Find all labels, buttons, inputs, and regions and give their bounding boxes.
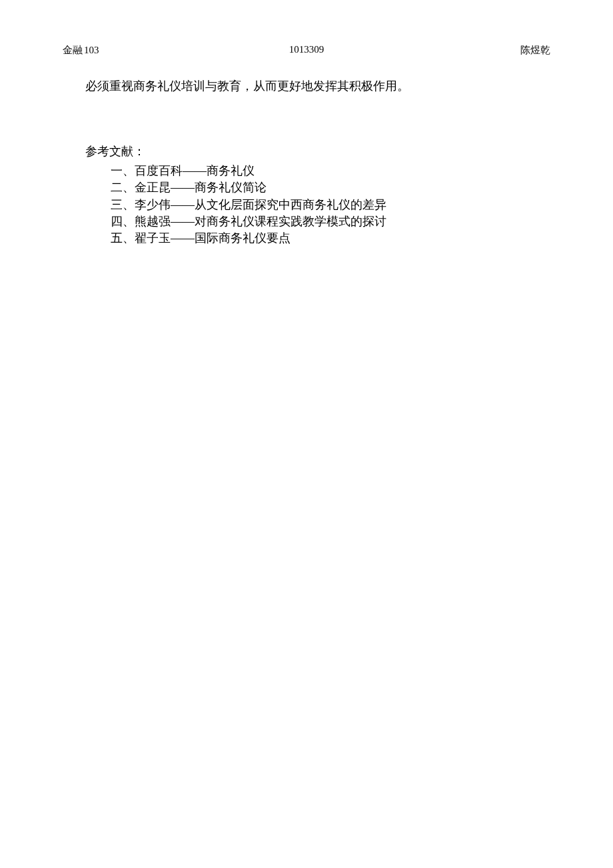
body-paragraph: 必须重视商务礼仪培训与教育，从而更好地发挥其积极作用。: [85, 77, 528, 95]
reference-item: 五、翟子玉——国际商务礼仪要点: [85, 230, 528, 247]
reference-item: 一、百度百科——商务礼仪: [85, 163, 528, 179]
header-left: 金融 103: [63, 44, 99, 57]
references-list: 一、百度百科——商务礼仪 二、金正昆——商务礼仪简论 三、李少伟——从文化层面探…: [85, 163, 528, 247]
header-center: 1013309: [289, 44, 324, 55]
reference-item: 二、金正昆——商务礼仪简论: [85, 179, 528, 196]
reference-item: 三、李少伟——从文化层面探究中西商务礼仪的差异: [85, 197, 528, 213]
header-left-cn: 金融: [63, 44, 83, 57]
header-right: 陈煜乾: [520, 44, 550, 57]
header-left-num: 103: [84, 45, 99, 56]
references-heading: 参考文献：: [85, 143, 528, 160]
page-header: 金融 103 1013309 陈煜乾: [0, 44, 613, 57]
page-content: 必须重视商务礼仪培训与教育，从而更好地发挥其积极作用。 参考文献： 一、百度百科…: [85, 77, 528, 247]
reference-item: 四、熊越强——对商务礼仪课程实践教学模式的探讨: [85, 213, 528, 230]
